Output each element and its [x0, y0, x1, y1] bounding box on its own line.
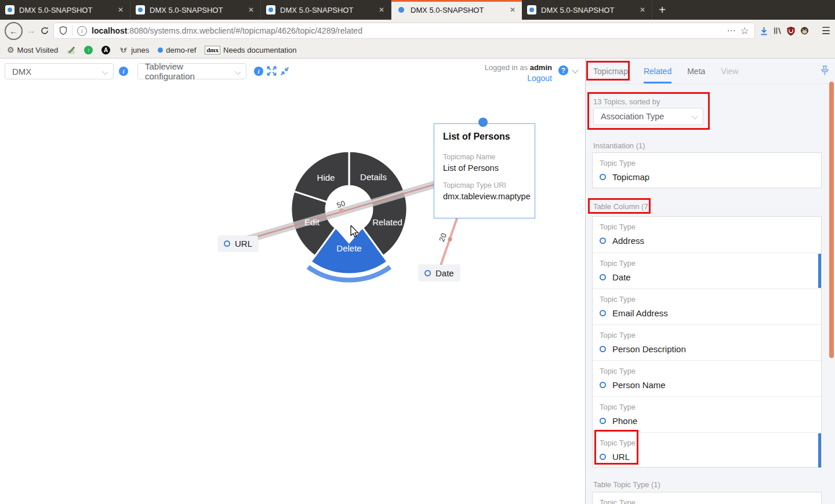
tab-topicmap[interactable]: Topicmap [593, 59, 628, 83]
related-topic-item[interactable]: Topic Type [593, 492, 821, 504]
topic-name: Person Description [612, 344, 686, 354]
tab-title: DMX 5.0-SNAPSHOT [280, 6, 373, 14]
related-group-card: Topic Type Topicmap [592, 152, 822, 188]
dmx-favicon [527, 5, 536, 14]
tab-view[interactable]: View [721, 59, 738, 83]
tab-close-icon[interactable]: ✕ [377, 6, 386, 14]
dmx-favicon [266, 5, 275, 14]
topicmap-info-icon[interactable]: i [254, 67, 263, 76]
badger-icon [119, 46, 128, 54]
topic-icon [600, 310, 606, 316]
back-button[interactable]: ← [5, 22, 23, 40]
topic-icon [424, 270, 431, 276]
pie-label-hide[interactable]: Hide [317, 173, 335, 182]
topic-label: Date [435, 268, 454, 278]
username: admin [530, 63, 552, 72]
related-topic-item[interactable]: Topic Type Date [593, 253, 821, 288]
bookmark-demo-ref[interactable]: demo-ref [158, 46, 196, 54]
bookmark-most-visited[interactable]: ⚙ Most Visited [7, 45, 58, 54]
selected-topic-dot[interactable] [478, 118, 488, 127]
tab-meta[interactable]: Meta [687, 59, 705, 83]
help-icon[interactable]: ? [558, 65, 568, 75]
topic-type-label: Topic Type [600, 439, 821, 447]
related-topic-item[interactable]: Topic Type Phone [593, 396, 821, 432]
browser-tab[interactable]: DMX 5.0-SNAPSHOT ✕ [522, 0, 652, 20]
related-topic-item[interactable]: Topic Type Address [593, 217, 821, 253]
browser-tab[interactable]: DMX 5.0-SNAPSHOT ✕ [0, 0, 130, 20]
topic-date[interactable]: Date [419, 265, 460, 281]
logout-link[interactable]: Logout [400, 73, 552, 83]
related-topic-item[interactable]: Topic Type Topicmap [593, 153, 821, 189]
library-icon [773, 26, 782, 35]
field-value: dmx.tableview.maptype [443, 192, 526, 201]
related-topic-item[interactable]: Topic Type Person Name [593, 360, 821, 396]
topic-icon [600, 454, 606, 460]
sidebar-scrollbar-thumb[interactable] [829, 82, 834, 358]
tab-close-icon[interactable]: ✕ [117, 6, 125, 14]
pie-label-edit[interactable]: Edit [304, 217, 320, 227]
topic-name: Person Name [612, 380, 666, 390]
tab-related[interactable]: Related [644, 59, 671, 83]
topic-detail-panel[interactable]: List of Persons Topicmap Name List of Pe… [434, 123, 535, 218]
url-bar[interactable]: i localhost:8080/systems.dmx.webclient/#… [53, 23, 755, 39]
field-label: Topicmap Name [443, 153, 526, 161]
bookmark-green-app[interactable]: ↑ [84, 46, 93, 54]
tab-close-icon[interactable]: ✕ [638, 6, 647, 14]
site-info-icon[interactable]: i [77, 26, 87, 36]
page-actions-icon[interactable]: ⋯ [727, 25, 736, 36]
topic-type-label: Topic Type [600, 367, 821, 375]
association-midpoint-dot [339, 209, 344, 213]
detail-title: List of Persons [443, 132, 526, 142]
related-topic-item[interactable]: Topic Type Email Address [593, 288, 821, 324]
tab-close-icon[interactable]: ✕ [509, 6, 517, 14]
chevron-down-icon[interactable] [572, 67, 578, 73]
topic-type-label: Topic Type [600, 259, 821, 268]
tab-title: DMX 5.0-SNAPSHOT [541, 6, 634, 14]
topic-icon [600, 274, 606, 280]
monkey-extension-button[interactable] [800, 26, 809, 35]
related-topic-item[interactable]: Topic Type Person Description [593, 324, 821, 360]
tab-close-icon[interactable]: ✕ [247, 6, 255, 14]
bookmark-a-app[interactable]: A [101, 46, 110, 54]
pie-label-details[interactable]: Details [360, 172, 387, 182]
browser-tab[interactable]: DMX 5.0-SNAPSHOT ✕ [130, 0, 261, 20]
menu-button[interactable]: ☰ [822, 25, 830, 37]
library-button[interactable] [773, 26, 782, 35]
sort-select-value: Association Type [601, 112, 664, 121]
bookmark-pencil[interactable] [67, 46, 75, 54]
topic-url[interactable]: URL [218, 236, 258, 251]
bookmark-star-icon[interactable]: ☆ [740, 25, 749, 37]
reload-button[interactable] [40, 26, 49, 35]
related-topic-item[interactable]: Topic Type URL [593, 432, 821, 468]
downloads-button[interactable] [759, 26, 769, 36]
pie-label-delete[interactable]: Delete [336, 243, 361, 253]
url-text[interactable]: localhost:8080/systems.dmx.webclient/#/t… [92, 26, 723, 35]
topic-icon [600, 382, 606, 388]
related-group-card: Topic Type Address Topic Type Date Topic… [592, 216, 822, 468]
browser-tab-active[interactable]: DMX 5.0-SNAPSHOT ✕ [391, 0, 522, 20]
bookmark-needs-documentation[interactable]: dmx Needs documentation [205, 46, 296, 54]
topic-name: Email Address [612, 308, 668, 318]
field-value: List of Persons [443, 163, 526, 173]
pencil-icon [67, 46, 75, 54]
sort-select[interactable]: Association Type [593, 108, 703, 125]
fullscreen-icon[interactable] [266, 65, 277, 76]
url-host: localhost [92, 26, 127, 35]
new-tab-button[interactable]: + [652, 0, 672, 20]
topic-name: Date [612, 272, 631, 282]
divider [72, 25, 72, 36]
topic-name: Address [612, 236, 644, 246]
pie-label-related[interactable]: Related [372, 217, 402, 227]
selection-indicator [818, 433, 821, 468]
forward-button[interactable]: → [27, 25, 36, 36]
shrink-icon[interactable] [280, 67, 289, 76]
bookmark-junes[interactable]: junes [119, 46, 149, 54]
pin-icon[interactable] [821, 65, 829, 76]
workspace-select[interactable]: DMX [5, 63, 114, 79]
browser-tab[interactable]: DMX 5.0-SNAPSHOT ✕ [261, 0, 391, 20]
ublock-button[interactable] [786, 26, 796, 36]
topic-type-label: Topic Type [600, 498, 821, 504]
topic-icon [600, 238, 606, 244]
topicmap-select[interactable]: Tableview configuration [137, 63, 246, 79]
workspace-info-icon[interactable]: i [119, 67, 128, 76]
